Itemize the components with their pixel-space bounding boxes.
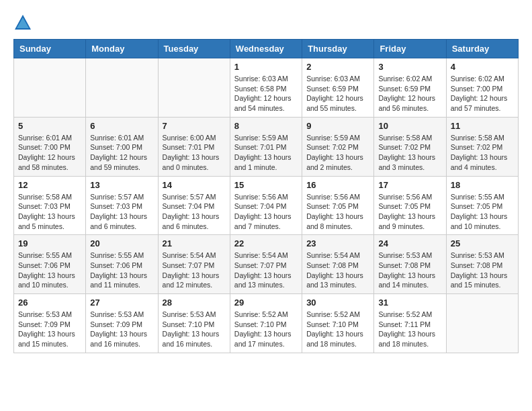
day-info: Sunrise: 5:55 AM Sunset: 7:06 PM Dayligh… [90, 250, 153, 290]
calendar-cell: 16Sunrise: 5:56 AM Sunset: 7:05 PM Dayli… [302, 176, 374, 235]
day-number: 22 [234, 238, 298, 248]
day-number: 27 [90, 298, 153, 308]
calendar-cell: 28Sunrise: 5:53 AM Sunset: 7:10 PM Dayli… [158, 294, 230, 353]
calendar-week-row: 26Sunrise: 5:53 AM Sunset: 7:09 PM Dayli… [14, 294, 519, 353]
day-info: Sunrise: 6:02 AM Sunset: 6:59 PM Dayligh… [378, 74, 441, 113]
calendar-table: SundayMondayTuesdayWednesdayThursdayFrid… [13, 39, 519, 353]
calendar-cell: 5Sunrise: 6:01 AM Sunset: 7:00 PM Daylig… [14, 117, 86, 176]
day-number: 11 [451, 121, 514, 131]
day-info: Sunrise: 5:53 AM Sunset: 7:08 PM Dayligh… [451, 250, 514, 290]
day-number: 17 [378, 180, 441, 190]
day-of-week-header: Thursday [302, 40, 374, 58]
calendar-cell: 18Sunrise: 5:55 AM Sunset: 7:05 PM Dayli… [446, 176, 518, 235]
day-number: 28 [163, 298, 226, 308]
calendar-cell: 3Sunrise: 6:02 AM Sunset: 6:59 PM Daylig… [374, 58, 446, 118]
day-number: 19 [18, 238, 81, 248]
calendar-cell [158, 58, 230, 118]
day-info: Sunrise: 5:56 AM Sunset: 7:05 PM Dayligh… [306, 192, 369, 232]
day-info: Sunrise: 5:56 AM Sunset: 7:04 PM Dayligh… [234, 192, 298, 232]
calendar-cell: 7Sunrise: 6:00 AM Sunset: 7:01 PM Daylig… [158, 117, 230, 176]
day-number: 16 [306, 180, 369, 190]
calendar-cell [86, 58, 158, 118]
calendar-cell: 26Sunrise: 5:53 AM Sunset: 7:09 PM Dayli… [14, 294, 86, 353]
day-number: 23 [306, 238, 369, 248]
day-number: 8 [234, 121, 298, 131]
calendar-cell: 9Sunrise: 5:59 AM Sunset: 7:02 PM Daylig… [302, 117, 374, 176]
day-info: Sunrise: 5:54 AM Sunset: 7:08 PM Dayligh… [306, 250, 369, 290]
day-info: Sunrise: 5:57 AM Sunset: 7:04 PM Dayligh… [163, 192, 226, 232]
day-number: 3 [378, 62, 441, 72]
calendar-cell: 12Sunrise: 5:58 AM Sunset: 7:03 PM Dayli… [14, 176, 86, 235]
day-number: 7 [163, 121, 226, 131]
calendar-week-row: 1Sunrise: 6:03 AM Sunset: 6:58 PM Daylig… [14, 58, 519, 118]
calendar-cell: 30Sunrise: 5:52 AM Sunset: 7:10 PM Dayli… [302, 294, 374, 353]
day-of-week-header: Saturday [446, 40, 518, 58]
day-info: Sunrise: 5:57 AM Sunset: 7:03 PM Dayligh… [90, 192, 153, 232]
day-number: 13 [90, 180, 153, 190]
day-number: 20 [90, 238, 153, 248]
day-number: 5 [18, 121, 81, 131]
calendar-cell: 14Sunrise: 5:57 AM Sunset: 7:04 PM Dayli… [158, 176, 230, 235]
day-number: 24 [378, 238, 441, 248]
calendar-cell: 29Sunrise: 5:52 AM Sunset: 7:10 PM Dayli… [230, 294, 302, 353]
day-info: Sunrise: 5:53 AM Sunset: 7:09 PM Dayligh… [90, 310, 153, 349]
day-info: Sunrise: 5:55 AM Sunset: 7:05 PM Dayligh… [451, 192, 514, 232]
calendar-cell: 23Sunrise: 5:54 AM Sunset: 7:08 PM Dayli… [302, 235, 374, 294]
calendar-header-row: SundayMondayTuesdayWednesdayThursdayFrid… [14, 40, 519, 58]
day-number: 25 [451, 238, 514, 248]
day-info: Sunrise: 5:52 AM Sunset: 7:11 PM Dayligh… [378, 310, 441, 349]
day-of-week-header: Monday [86, 40, 158, 58]
calendar-cell: 6Sunrise: 6:01 AM Sunset: 7:00 PM Daylig… [86, 117, 158, 176]
calendar-cell: 15Sunrise: 5:56 AM Sunset: 7:04 PM Dayli… [230, 176, 302, 235]
calendar-cell [14, 58, 86, 118]
day-number: 9 [306, 121, 369, 131]
calendar-cell: 22Sunrise: 5:54 AM Sunset: 7:07 PM Dayli… [230, 235, 302, 294]
day-info: Sunrise: 6:02 AM Sunset: 7:00 PM Dayligh… [451, 74, 514, 113]
calendar-cell: 13Sunrise: 5:57 AM Sunset: 7:03 PM Dayli… [86, 176, 158, 235]
day-number: 4 [451, 62, 514, 72]
calendar-week-row: 12Sunrise: 5:58 AM Sunset: 7:03 PM Dayli… [14, 176, 519, 235]
day-number: 26 [18, 298, 81, 308]
day-number: 15 [234, 180, 298, 190]
day-number: 18 [451, 180, 514, 190]
day-info: Sunrise: 5:55 AM Sunset: 7:06 PM Dayligh… [18, 250, 81, 290]
day-number: 14 [163, 180, 226, 190]
day-number: 6 [90, 121, 153, 131]
calendar-cell: 10Sunrise: 5:58 AM Sunset: 7:02 PM Dayli… [374, 117, 446, 176]
calendar-cell: 20Sunrise: 5:55 AM Sunset: 7:06 PM Dayli… [86, 235, 158, 294]
day-info: Sunrise: 5:58 AM Sunset: 7:02 PM Dayligh… [451, 133, 514, 173]
day-number: 12 [18, 180, 81, 190]
day-number: 29 [234, 298, 298, 308]
logo-icon [13, 13, 32, 32]
calendar-cell: 2Sunrise: 6:03 AM Sunset: 6:59 PM Daylig… [302, 58, 374, 118]
calendar-cell [446, 294, 518, 353]
day-info: Sunrise: 5:59 AM Sunset: 7:02 PM Dayligh… [306, 133, 369, 173]
day-info: Sunrise: 5:53 AM Sunset: 7:10 PM Dayligh… [163, 310, 226, 349]
day-info: Sunrise: 5:56 AM Sunset: 7:05 PM Dayligh… [378, 192, 441, 232]
day-number: 1 [234, 62, 298, 72]
calendar-week-row: 5Sunrise: 6:01 AM Sunset: 7:00 PM Daylig… [14, 117, 519, 176]
calendar-cell: 31Sunrise: 5:52 AM Sunset: 7:11 PM Dayli… [374, 294, 446, 353]
calendar-cell: 24Sunrise: 5:53 AM Sunset: 7:08 PM Dayli… [374, 235, 446, 294]
day-info: Sunrise: 5:58 AM Sunset: 7:03 PM Dayligh… [18, 192, 81, 232]
logo [13, 13, 35, 32]
day-number: 10 [378, 121, 441, 131]
day-of-week-header: Sunday [14, 40, 86, 58]
day-number: 30 [306, 298, 369, 308]
day-number: 31 [378, 298, 441, 308]
day-info: Sunrise: 6:01 AM Sunset: 7:00 PM Dayligh… [18, 133, 81, 173]
day-info: Sunrise: 6:01 AM Sunset: 7:00 PM Dayligh… [90, 133, 153, 173]
calendar-week-row: 19Sunrise: 5:55 AM Sunset: 7:06 PM Dayli… [14, 235, 519, 294]
day-info: Sunrise: 6:03 AM Sunset: 6:58 PM Dayligh… [234, 74, 298, 113]
day-info: Sunrise: 5:52 AM Sunset: 7:10 PM Dayligh… [234, 310, 298, 349]
day-of-week-header: Friday [374, 40, 446, 58]
day-of-week-header: Wednesday [230, 40, 302, 58]
day-info: Sunrise: 5:54 AM Sunset: 7:07 PM Dayligh… [234, 250, 298, 290]
calendar-cell: 21Sunrise: 5:54 AM Sunset: 7:07 PM Dayli… [158, 235, 230, 294]
day-of-week-header: Tuesday [158, 40, 230, 58]
day-info: Sunrise: 5:53 AM Sunset: 7:08 PM Dayligh… [378, 250, 441, 290]
calendar-cell: 19Sunrise: 5:55 AM Sunset: 7:06 PM Dayli… [14, 235, 86, 294]
day-info: Sunrise: 5:53 AM Sunset: 7:09 PM Dayligh… [18, 310, 81, 349]
day-info: Sunrise: 6:00 AM Sunset: 7:01 PM Dayligh… [163, 133, 226, 173]
calendar-cell: 17Sunrise: 5:56 AM Sunset: 7:05 PM Dayli… [374, 176, 446, 235]
